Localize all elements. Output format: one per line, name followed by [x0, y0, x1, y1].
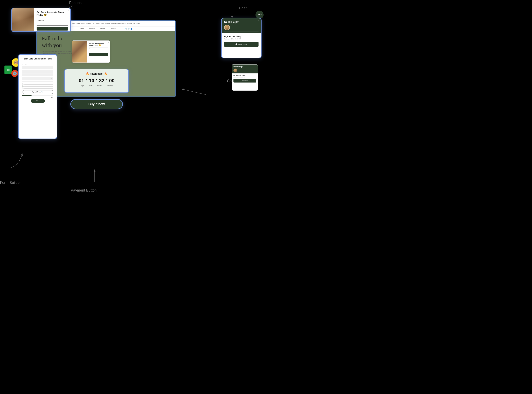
- popup-small-title: Get Early Access to Black Friday 😎: [89, 42, 108, 47]
- chat-large-body: Hi, how can I help? November 14 at 08:01…: [222, 33, 261, 49]
- popup-large-title: Get Early Access to Black Friday 😎: [36, 11, 68, 17]
- popup-small-email-input[interactable]: [89, 50, 108, 52]
- countdown-labels-row: Days Hours Minutes Seconds: [68, 85, 125, 86]
- chat-dot-3: [261, 14, 261, 15]
- chat-large-avatar: [224, 25, 230, 30]
- popup-large-email-label: Your email *: [36, 19, 68, 21]
- label-popups: Popups: [69, 1, 82, 5]
- chat-small-close-button[interactable]: ×: [256, 65, 257, 67]
- chat-small-begin-label: Begin Chat: [242, 80, 248, 81]
- chat-begin-icon: 💬: [235, 43, 237, 45]
- popup-small-divider: [89, 47, 108, 47]
- chat-small-avatar: [233, 68, 237, 72]
- countdown-timer-display: 01 : 10 : 32 : 00: [68, 77, 125, 84]
- popup-large-email-input[interactable]: [36, 22, 68, 26]
- countdown-minutes-unit: 32: [99, 78, 104, 83]
- form-header: Skin Care Consultation Form: [19, 55, 56, 64]
- chat-small-timestamp: November 14 at 08:01 PM: [233, 77, 256, 78]
- form-input-line-1[interactable]: [22, 66, 53, 69]
- google-sheets-icon: ⊞: [5, 66, 12, 74]
- countdown-days-number: 01: [79, 78, 84, 83]
- countdown-hours-label: Hours: [89, 85, 92, 86]
- radio-line-3: [24, 88, 53, 89]
- countdown-title: 🔥 Flash sale! 🔥: [68, 72, 125, 75]
- chat-large-message: Hi, how can I help?: [224, 35, 259, 38]
- website-nav-benefits[interactable]: Benefits: [89, 28, 95, 30]
- form-next-button[interactable]: Next: [31, 99, 45, 103]
- countdown-hours-unit: 10: [89, 78, 94, 83]
- countdown-timer-card: 🔥 Flash sale! 🔥 01 : 10 : 32 : 00 Days H…: [64, 69, 129, 93]
- countdown-colon-1: :: [86, 77, 87, 83]
- popup-large-image: [12, 8, 34, 31]
- radio-line-1: [24, 84, 53, 85]
- chat-large-begin-button[interactable]: 💬 Begin Chat: [224, 42, 259, 47]
- chat-bubble[interactable]: [256, 11, 264, 19]
- label-payment-button: Payment Button: [71, 188, 97, 192]
- website-nav-icons: 🔍 🛒 👤: [125, 28, 133, 30]
- form-radio-item-2[interactable]: [22, 86, 53, 87]
- form-input-line-2[interactable]: [22, 70, 53, 73]
- form-input-line-4: [22, 81, 53, 82]
- countdown-hours-number: 10: [89, 78, 94, 83]
- countdown-colon-3: :: [106, 77, 107, 83]
- form-progress-bar-fill: [22, 95, 31, 96]
- popup-large-content: × Get Early Access to Black Friday 😎 You…: [34, 8, 70, 31]
- popup-large-card: × Get Early Access to Black Friday 😎 You…: [11, 8, 71, 32]
- chat-small-body: Hi, how can I help? November 14 at 08:01…: [232, 73, 258, 84]
- label-chat: Chat: [239, 6, 247, 10]
- chat-large-close-button[interactable]: ×: [258, 20, 259, 22]
- form-builder-card: Skin Care Consultation Form Your Skin Up…: [18, 54, 57, 139]
- chat-dot-1: [258, 14, 259, 15]
- countdown-minutes-label: Minutes: [97, 85, 102, 86]
- countdown-seconds-number: 00: [109, 78, 115, 83]
- radio-line-2: [24, 86, 53, 87]
- form-select-dropdown[interactable]: [22, 77, 53, 80]
- form-title-divider: [30, 61, 46, 61]
- chat-large-avatar-image: [225, 25, 230, 30]
- form-radio-item-1[interactable]: [22, 83, 53, 85]
- chat-small-begin-button[interactable]: Begin Chat: [233, 79, 256, 83]
- chat-bubble-dots: [258, 14, 261, 15]
- radio-circle-2[interactable]: [22, 86, 23, 87]
- chat-small-header: × Need Help?: [232, 65, 258, 73]
- website-nav-shop[interactable]: Shop: [80, 28, 84, 30]
- payment-button-card[interactable]: Buy it now: [70, 99, 123, 109]
- chat-large-timestamp: November 14 at 08:01 PM: [224, 38, 259, 40]
- website-nav-item: ⋄ VIEW OUR SALES ⋄ VIEW OUR SALES ⋄ VIEW…: [72, 23, 140, 25]
- radio-circle-3[interactable]: [22, 88, 23, 89]
- chat-dot-2: [259, 14, 260, 15]
- popup-small-card: × Get Early Access to Black Friday 😎 You…: [72, 41, 110, 63]
- popup-small-submit-button[interactable]: [89, 53, 108, 56]
- popup-large-submit-button[interactable]: [36, 27, 68, 31]
- countdown-days-unit: 01: [79, 78, 84, 83]
- chat-small-message: Hi, how can I help?: [233, 75, 256, 76]
- chat-small-avatar-image: [233, 68, 237, 72]
- form-title: Skin Care Consultation Form: [22, 58, 53, 60]
- website-nav-contact[interactable]: Contact: [110, 28, 116, 30]
- form-radio-group: [22, 83, 53, 89]
- popup-small-close-button[interactable]: ×: [108, 41, 109, 43]
- popup-large-image-inner: [12, 8, 34, 31]
- website-nav-about[interactable]: About: [100, 28, 105, 30]
- countdown-minutes-number: 32: [99, 78, 104, 83]
- form-upload-button[interactable]: Upload Photo 📎: [22, 90, 53, 94]
- chat-large-title: Need Help?: [224, 21, 259, 23]
- form-input-line-3[interactable]: [22, 73, 53, 76]
- popup-small-email-label: Your email *: [89, 48, 108, 50]
- payment-button-text: Buy it now: [88, 102, 105, 106]
- countdown-days-label: Days: [81, 85, 84, 86]
- form-progress-bar-background: [22, 95, 53, 96]
- radio-circle-1[interactable]: [22, 83, 23, 85]
- popup-large-close-button[interactable]: ×: [67, 10, 69, 12]
- form-progress-container: 30%: [22, 95, 53, 98]
- chat-small-card: × Need Help? Hi, how can I help? Novembe…: [232, 64, 258, 91]
- gear-icon: ⚙️: [11, 70, 18, 77]
- chat-small-title: Need Help?: [233, 66, 256, 68]
- chat-large-divider: [224, 31, 259, 32]
- countdown-colon-2: :: [96, 77, 97, 83]
- label-form-builder: Form Builder: [0, 181, 21, 185]
- popup-small-image: [72, 41, 87, 62]
- form-radio-item-3[interactable]: [22, 88, 53, 89]
- form-section-label-skin: Your Skin: [22, 64, 53, 66]
- chat-large-card: × Need Help? Hi, how can I help? Novembe…: [221, 18, 261, 58]
